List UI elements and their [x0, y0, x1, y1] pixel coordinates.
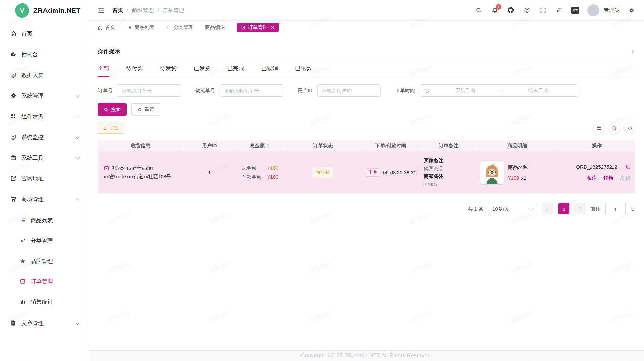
edit-square-icon [240, 25, 246, 30]
header-user-id: 用户ID [184, 140, 235, 151]
bar-chart-icon [19, 298, 26, 305]
table-header-row: 收货信息 用户ID 总金额 订单状态 下单/付款时间 订单备注 商品明细 操作 [98, 140, 635, 152]
table-row[interactable]: 张xxx 138****8888 xx省/xx市/xxx街道xx社区108号 1… [98, 152, 635, 193]
note-link[interactable]: 备注 [587, 175, 597, 181]
briefcase-icon [10, 154, 17, 161]
search-icon[interactable] [475, 6, 483, 14]
next-page-button[interactable] [574, 203, 586, 214]
date-range-picker[interactable]: 开始日期 - 结束日期 [420, 84, 578, 97]
breadcrumb: 首页 / 商城管理 / 订单管理 [112, 7, 184, 14]
edit-receiver-icon[interactable] [104, 165, 109, 171]
sidebar-item-sales-stats[interactable]: 销售统计 [5, 293, 84, 310]
filter-row: 订单号 物流单号 用户ID 下单时间 开始日期 - [98, 84, 635, 97]
logo-icon: V [14, 2, 30, 18]
tip-panel[interactable]: 操作提示 [98, 43, 635, 60]
sidebar: V ZRAdmin.NET 首页 控制台 数据大屏 系统管理 [0, 0, 89, 361]
tag-icon [19, 237, 26, 244]
status-tab-cancelled[interactable]: 已取消 [261, 60, 278, 77]
sidebar-item-components[interactable]: 组件示例 [5, 107, 84, 126]
sidebar-item-mall-mgmt[interactable]: 商城管理 [5, 190, 84, 208]
notification-bell-icon[interactable]: 1 [491, 6, 499, 14]
order-no-input[interactable] [118, 84, 181, 97]
status-tab-pending-shipment[interactable]: 待发货 [160, 60, 177, 77]
breadcrumb-home[interactable]: 首页 [112, 7, 123, 14]
edit-square-icon [19, 278, 26, 285]
close-icon[interactable] [270, 25, 275, 30]
tab-home[interactable]: 首页 [98, 24, 115, 30]
download-icon [103, 126, 108, 130]
language-icon[interactable]: A文 [571, 6, 579, 14]
collapse-sidebar-icon[interactable] [97, 6, 105, 14]
app-logo[interactable]: V ZRAdmin.NET [0, 0, 89, 21]
sidebar-item-home[interactable]: 首页 [5, 25, 84, 43]
goto-page-input[interactable] [605, 203, 626, 215]
app-title: ZRAdmin.NET [33, 7, 80, 14]
status-tab-shipped[interactable]: 已发货 [194, 60, 210, 77]
sidebar-item-monitoring[interactable]: 系统监控 [5, 128, 84, 146]
sidebar-menu: 首页 控制台 数据大屏 系统管理 组件示例 [0, 21, 89, 332]
page-content: 操作提示 全部 待付款 待发货 已发货 已完成 已取消 已退款 订单号 [89, 43, 644, 215]
sidebar-item-order-mgmt[interactable]: 订单管理 [5, 273, 84, 290]
sidebar-item-article-mgmt[interactable]: 文章管理 [5, 314, 84, 332]
toggle-search-icon[interactable] [609, 122, 620, 134]
user-id-input[interactable] [317, 84, 381, 97]
sidebar-item-website[interactable]: 官网地址 [5, 169, 84, 188]
sidebar-item-brand-mgmt[interactable]: ★ 品牌管理 [5, 253, 84, 269]
status-tab-completed[interactable]: 已完成 [227, 60, 244, 77]
copy-icon[interactable] [625, 164, 631, 170]
gear-icon [10, 92, 17, 99]
tab-order-mgmt[interactable]: 订单管理 [237, 23, 279, 32]
sidebar-item-category-mgmt[interactable]: 分类管理 [5, 232, 84, 249]
page-number-1[interactable]: 1 [558, 203, 569, 214]
refresh-table-icon[interactable] [624, 122, 635, 134]
sort-carets[interactable] [267, 142, 270, 149]
user-id-label: 用户ID [298, 88, 312, 94]
detail-link[interactable]: 详情 [604, 175, 613, 181]
tab-product-edit[interactable]: 商品编辑 [205, 24, 225, 30]
status-tab-all[interactable]: 全部 [98, 60, 109, 77]
tab-product-list[interactable]: 商品列表 [127, 24, 154, 30]
column-settings-icon[interactable] [593, 122, 605, 134]
github-icon[interactable] [507, 6, 515, 14]
tab-category-mgmt[interactable]: 分类管理 [166, 24, 193, 30]
status-tab-pending-payment[interactable]: 待付款 [126, 60, 143, 77]
chevron-down-icon [75, 93, 80, 97]
breadcrumb-mall[interactable]: 商城管理 [132, 7, 154, 14]
username[interactable]: 管理员 [604, 7, 619, 14]
notification-badge: 1 [496, 4, 501, 10]
reset-button[interactable]: 重置 [131, 103, 160, 116]
fullscreen-icon[interactable] [539, 6, 547, 14]
cell-time: 下单 06-03 20:38:31 [361, 164, 420, 181]
monitor-icon [10, 71, 17, 79]
cell-receiver: 张xxx 138****8888 xx省/xx市/xxx街道xx社区108号 [98, 159, 184, 186]
header-operations: 操作 [558, 140, 635, 151]
prev-page-button[interactable] [542, 203, 553, 214]
export-button[interactable]: 导出 [98, 123, 124, 134]
font-size-icon[interactable] [555, 6, 563, 14]
product-image [480, 161, 504, 184]
order-no-label: 订单号 [98, 88, 113, 94]
avatar[interactable] [587, 4, 599, 16]
chevron-right-icon [630, 49, 635, 54]
breadcrumb-current: 订单管理 [162, 7, 184, 14]
tracking-no-input[interactable] [220, 84, 283, 97]
page-size-select[interactable]: 10条/页 [488, 203, 537, 215]
search-button[interactable]: 搜索 [98, 103, 127, 116]
sidebar-item-console[interactable]: 控制台 [5, 45, 84, 64]
cell-remark: 买家备注 购买商品 商家备注 12333 [420, 152, 477, 193]
home-icon [10, 30, 17, 37]
sidebar-item-system-mgmt[interactable]: 系统管理 [5, 87, 84, 105]
settings-gear-icon[interactable] [628, 6, 635, 14]
sidebar-item-tools[interactable]: 系统工具 [5, 149, 84, 167]
monitor-check-icon [10, 133, 17, 141]
chevron-down-icon [75, 114, 80, 118]
help-icon[interactable] [523, 6, 531, 14]
chevron-down-icon [75, 155, 80, 159]
status-tab-refunded[interactable]: 已退款 [295, 60, 312, 77]
action-row: 搜索 重置 [98, 103, 635, 116]
pagination: 共 1 条 10条/页 1 前往 页 [98, 203, 635, 215]
paid-amount-label: 付款金额 [242, 174, 268, 180]
sidebar-item-product-list[interactable]: 商品列表 [5, 212, 84, 229]
sidebar-item-datascreen[interactable]: 数据大屏 [5, 66, 84, 84]
tracking-no-label: 物流单号 [195, 88, 215, 94]
